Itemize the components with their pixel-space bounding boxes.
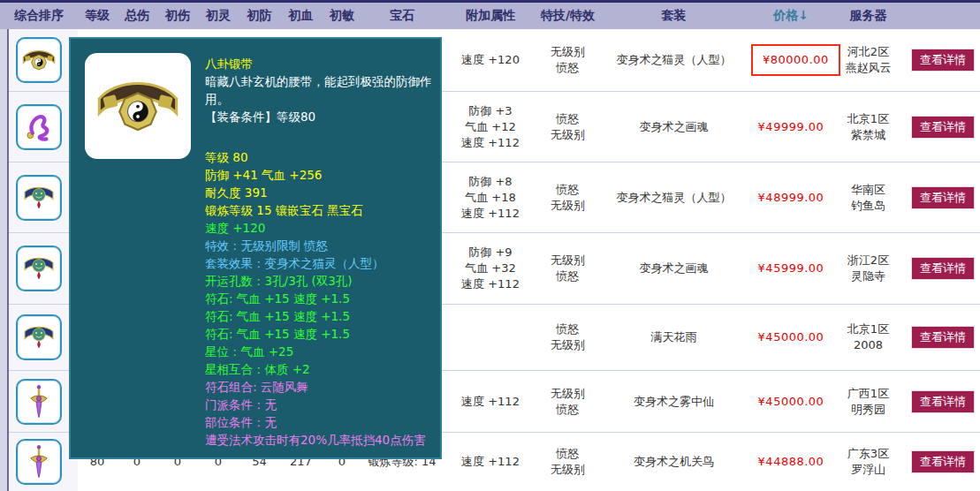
cell-price: ¥45999.00	[751, 261, 831, 276]
col-header-gem: 宝石	[362, 8, 442, 24]
stat-line: 遭受法术攻击时有20%几率抵挡40点伤害	[205, 431, 433, 449]
cell-price: ¥45000.00	[751, 394, 831, 410]
col-header-server: 服务器	[831, 8, 906, 24]
item-icon-cell	[0, 162, 78, 232]
col-header-chuxue[interactable]: 初血	[280, 8, 322, 24]
price-label: 价格	[773, 8, 798, 22]
col-header-suit: 套装	[596, 8, 751, 24]
cell-attrs: 速度 +112	[442, 454, 539, 470]
stat-line: 符石组合: 云随风舞	[205, 378, 433, 396]
cell-effects: 无级别愤怒	[539, 386, 596, 418]
purple-sword-icon[interactable]	[16, 379, 62, 425]
cell-suit: 变身术之画魂	[596, 261, 751, 276]
cell-attrs: 速度 +112	[442, 394, 539, 410]
cell-price: ¥45000.00	[751, 329, 831, 345]
cell-server: 北京1区紫禁城	[831, 111, 906, 143]
purple-whip-icon[interactable]	[16, 104, 62, 150]
stat-line: 符石: 气血 +15 速度 +1.5	[205, 290, 433, 307]
view-details-button[interactable]: 查看详情	[911, 116, 975, 139]
cell-effects: 愤怒无级别	[539, 182, 596, 214]
stat-line: 符石: 气血 +15 速度 +1.5	[205, 307, 433, 325]
stat-line: 等级 80	[205, 148, 433, 166]
stat-line: 速度 +120	[205, 219, 433, 237]
cell-price: ¥48999.00	[751, 190, 831, 206]
cell-suit: 满天花雨	[596, 329, 751, 345]
cell-effects: 愤怒无级别	[539, 111, 596, 143]
cell-price: ¥44888.00	[751, 454, 831, 470]
cell-effects: 无级别愤怒	[539, 253, 596, 284]
item-description: 暗藏八卦玄机的腰带，能起到极强的防御作用。	[205, 72, 433, 108]
cell-effects: 无级别愤怒	[539, 44, 596, 76]
item-icon-cell	[0, 305, 78, 370]
item-stats: 等级 80 防御 +41 气血 +256 耐久度 391 锻炼等级 15 镶嵌宝…	[205, 148, 433, 449]
cell-attrs: 防御 +9气血 +32速度 +112	[442, 245, 539, 292]
col-header-chumin[interactable]: 初敏	[322, 8, 362, 24]
blue-belt-icon[interactable]	[16, 314, 62, 360]
stat-line: 星相互合：体质 +2	[205, 360, 433, 378]
cell-server: 广西1区明秀园	[831, 386, 906, 418]
view-details-button[interactable]: 查看详情	[911, 390, 975, 413]
cell-suit: 变身术之画魂	[596, 119, 751, 135]
view-details-button[interactable]: 查看详情	[911, 49, 975, 72]
stat-line: 部位条件：无	[205, 413, 433, 431]
cell-suit: 变身术之雾中仙	[596, 394, 751, 410]
view-details-button[interactable]: 查看详情	[911, 257, 975, 280]
item-image	[85, 53, 191, 159]
stat-line: 耐久度 391	[205, 184, 433, 201]
col-header-sort[interactable]: 综合排序	[0, 8, 78, 24]
cell-suit: 变身术之机关鸟	[596, 454, 751, 470]
col-header-level[interactable]: 等级	[78, 8, 117, 24]
stat-line: 防御 +41 气血 +256	[205, 166, 433, 184]
blue-belt-icon[interactable]	[16, 175, 62, 221]
cell-price: ¥49999.00	[751, 119, 831, 135]
bagua-belt-icon[interactable]	[16, 37, 62, 83]
stat-line: 门派条件：无	[205, 396, 433, 413]
cell-server: 华南区钓鱼岛	[831, 182, 906, 214]
cell-suit: 变身术之猫灵（人型）	[596, 52, 751, 68]
item-equip-condition: 【装备条件】等级80	[205, 108, 433, 125]
cell-server: 河北2区燕赵风云	[831, 44, 906, 76]
table-header: 综合排序 等级 总伤 初伤 初灵 初防 初血 初敏 宝石 附加属性 特技/特效 …	[0, 0, 980, 29]
col-header-chuling[interactable]: 初灵	[198, 8, 239, 24]
cell-server: 广东3区罗浮山	[831, 446, 906, 478]
cell-attrs: 防御 +8气血 +18速度 +112	[442, 174, 539, 222]
price-highlight-box: ¥80000.00	[751, 44, 840, 76]
item-icon-cell	[0, 371, 78, 432]
view-details-button[interactable]: 查看详情	[911, 326, 975, 349]
item-title: 八卦锻带	[205, 55, 433, 72]
cell-effects: 愤怒无级别	[539, 446, 596, 478]
item-tooltip: 八卦锻带 暗藏八卦玄机的腰带，能起到极强的防御作用。 【装备条件】等级80 等级…	[69, 37, 442, 459]
cell-suit: 变身术之猫灵（人型）	[596, 190, 751, 206]
stat-line: 开运孔数：3孔/3孔 (双3孔)	[205, 272, 433, 290]
stat-line: 星位：气血 +25	[205, 343, 433, 360]
cell-attrs: 速度 +120	[442, 52, 539, 68]
cell-price: ¥80000.00	[751, 44, 831, 76]
col-header-zongshang[interactable]: 总伤	[117, 8, 157, 24]
col-header-attrs: 附加属性	[442, 8, 539, 24]
item-icon-cell	[0, 433, 78, 491]
col-header-effects: 特技/特效	[539, 8, 596, 24]
purple-sword-icon[interactable]	[16, 439, 62, 485]
col-header-price[interactable]: 价格↓	[751, 8, 831, 24]
cell-attrs: 防御 +3气血 +12速度 +112	[442, 103, 539, 151]
cell-server: 北京1区2008	[831, 321, 906, 353]
cell-effects: 愤怒无级别	[539, 321, 596, 353]
col-header-chushang[interactable]: 初伤	[157, 8, 198, 24]
stat-line: 套装效果：变身术之猫灵（人型）	[205, 254, 433, 272]
stat-line: 特效：无级别限制 愤怒	[205, 237, 433, 254]
sort-desc-icon: ↓	[798, 8, 809, 22]
item-icon-cell	[0, 233, 78, 304]
stat-line: 符石: 气血 +15 速度 +1.5	[205, 325, 433, 343]
cell-server: 浙江2区灵隐寺	[831, 253, 906, 284]
item-icon-cell	[0, 92, 78, 162]
view-details-button[interactable]: 查看详情	[911, 450, 975, 473]
left-edge-strip	[0, 0, 9, 491]
item-market-page: 综合排序 等级 总伤 初伤 初灵 初防 初血 初敏 宝石 附加属性 特技/特效 …	[0, 0, 980, 491]
item-icon-cell	[0, 29, 78, 91]
stat-line: 锻炼等级 15 镶嵌宝石 黑宝石	[205, 201, 433, 219]
view-details-button[interactable]: 查看详情	[911, 186, 975, 209]
item-tooltip-body: 八卦锻带 暗藏八卦玄机的腰带，能起到极强的防御作用。 【装备条件】等级80 等级…	[205, 55, 433, 449]
blue-belt-icon[interactable]	[16, 246, 62, 291]
col-header-chufang[interactable]: 初防	[239, 8, 280, 24]
